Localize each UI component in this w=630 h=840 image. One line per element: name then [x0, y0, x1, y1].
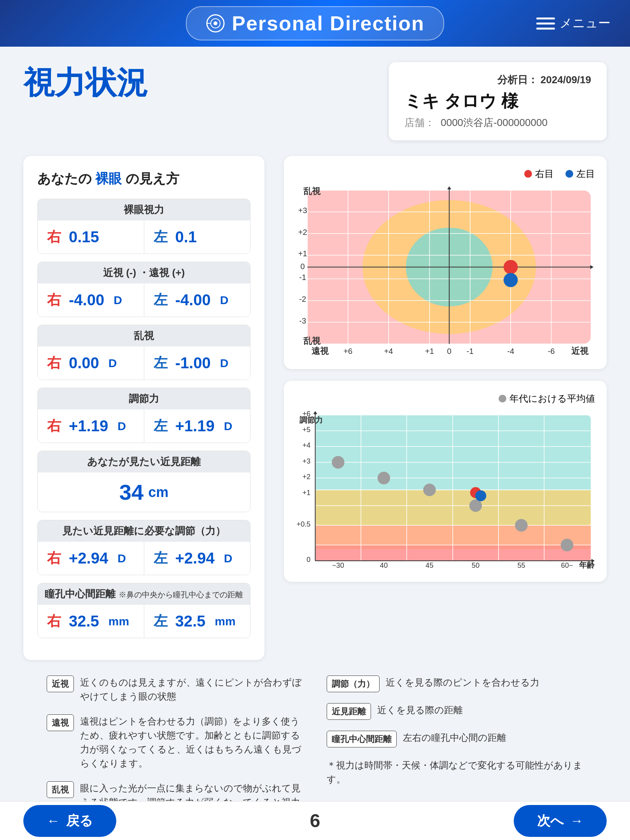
accom-label: 調節力: [38, 388, 250, 410]
astig-label: 乱視: [38, 325, 250, 346]
chart2-left-eye-dot: [475, 490, 486, 501]
legend-accom-r: 調節（力） 近くを見る際のピントを合わせる力: [327, 676, 583, 692]
astig-left: 左 -1.00 D: [144, 346, 250, 380]
accom-left-value: +1.19: [175, 417, 215, 435]
svg-text:+1: +1: [298, 249, 307, 258]
pupil-left-value: 32.5: [175, 612, 206, 630]
left-label-4: 左: [154, 416, 168, 436]
naked-right-value: 0.15: [69, 228, 99, 246]
near-dist-group: あなたが見たい近見距離 34 cm: [37, 451, 250, 512]
svg-text:55: 55: [517, 561, 525, 569]
panel-header-prefix: あなたの: [37, 171, 95, 186]
pupil-desc: 左右の瞳孔中心間の距離: [403, 731, 506, 745]
next-button[interactable]: 次へ →: [514, 805, 607, 837]
naked-eye-label: 裸眼視力: [38, 199, 250, 220]
myopia-left-value: -4.00: [175, 291, 211, 309]
accom-unit-r: D: [117, 420, 126, 433]
page-title: 視力状況: [23, 62, 148, 104]
chart2-legend: 年代における平均値: [296, 392, 595, 405]
legend-near-r: 近見距離 近くを見る際の距離: [327, 703, 583, 720]
svg-marker-27: [590, 265, 593, 269]
avg-dot-40: [378, 472, 390, 484]
svg-text:0: 0: [447, 347, 451, 355]
legend-hyperopia: 遠視 遠視はピントを合わせる力（調節）をより多く使うため、疲れやすい状態です。加…: [47, 714, 303, 770]
next-label: 次へ: [537, 812, 564, 830]
hyperopia-desc: 遠視はピントを合わせる力（調節）をより多く使うため、疲れやすい状態です。加齢とと…: [80, 714, 303, 770]
accom-group: 調節力 右 +1.19 D 左 +1.19 D: [37, 388, 250, 443]
myopia-right-value: -4.00: [69, 291, 104, 309]
accom-tag: 調節（力）: [327, 676, 380, 692]
right-label-4: 右: [47, 416, 61, 436]
svg-text:50: 50: [472, 561, 480, 569]
chart1-left-eye-dot: [504, 273, 518, 287]
svg-text:+3: +3: [303, 457, 311, 465]
accom-age-chart: +6 +5 +4 +3 +2 +1 +0.5 0 ~30 40 45 50 55…: [296, 411, 595, 569]
store-label: 店舗：: [404, 117, 435, 128]
accom-chart-container: 年代における平均値: [284, 381, 607, 582]
myopia-unit-r: D: [114, 294, 122, 307]
astig-right-value: 0.00: [69, 354, 99, 372]
avg-dot-55: [515, 519, 527, 531]
near-accom-label: 見たい近見距離に必要な調節（力）: [38, 520, 250, 542]
back-arrow-icon: ←: [47, 813, 60, 828]
panel-header-highlight: 裸眼: [95, 171, 122, 186]
near-accom-unit-r: D: [117, 552, 126, 565]
svg-rect-50: [315, 545, 591, 561]
right-label-6: 右: [47, 612, 61, 631]
svg-text:+3: +3: [298, 206, 307, 215]
myopia-desc: 近くのものは見えますが、遠くにピントが合わずぼやけてしまう眼の状態: [80, 676, 303, 704]
chart1-right-eye-dot: [504, 260, 518, 274]
svg-text:-6: -6: [548, 347, 555, 355]
legend-myopia: 近視 近くのものは見えますが、遠くにピントが合わずぼやけてしまう眼の状態: [47, 676, 303, 704]
back-button[interactable]: ← 戻る: [23, 805, 116, 837]
menu-button[interactable]: メニュー: [536, 15, 611, 32]
avg-dot-60: [561, 539, 573, 551]
svg-text:+1: +1: [303, 488, 311, 496]
astig-row: 右 0.00 D 左 -1.00 D: [38, 346, 250, 380]
svg-text:0: 0: [301, 262, 305, 271]
svg-text:45: 45: [425, 561, 433, 569]
right-label-2: 右: [47, 290, 61, 310]
left-label-6: 左: [154, 612, 168, 631]
app-icon: [205, 13, 226, 33]
naked-eye-row: 右 0.15 左 0.1: [38, 220, 250, 254]
page-number: 6: [310, 810, 320, 831]
near-dist-unit: cm: [148, 484, 168, 500]
svg-marker-69: [313, 411, 317, 414]
svg-text:40: 40: [380, 561, 388, 569]
next-arrow-icon: →: [570, 813, 583, 828]
legend-pupil-r: 瞳孔中心間距離 左右の瞳孔中心間の距離: [327, 731, 583, 747]
pupil-tag: 瞳孔中心間距離: [327, 731, 397, 747]
accom-row: 右 +1.19 D 左 +1.19 D: [38, 410, 250, 443]
accom-desc: 近くを見る際のピントを合わせる力: [386, 676, 539, 690]
svg-text:近視: 近視: [571, 346, 589, 356]
patient-card: 分析日： 2024/09/19 ミキ タロウ 様 店舗： 0000渋谷店-000…: [389, 62, 607, 140]
panel-header: あなたの 裸眼 の見え方: [37, 170, 250, 188]
back-label: 戻る: [66, 812, 93, 830]
analysis-date-value: 2024/09/19: [541, 74, 591, 86]
svg-text:乱視: 乱視: [303, 336, 321, 346]
left-label-2: 左: [154, 290, 168, 310]
legend-avg-label: 年代における平均値: [509, 392, 595, 405]
svg-text:年齢: 年齢: [579, 561, 595, 569]
right-label-3: 右: [47, 354, 61, 373]
near-accom-group: 見たい近見距離に必要な調節（力） 右 +2.94 D 左 +2.94 D: [37, 520, 250, 575]
near-accom-left-value: +2.94: [175, 550, 215, 567]
legend-left: 左目: [565, 168, 595, 180]
pupil-right-value: 32.5: [69, 612, 99, 630]
avg-dot-45: [423, 483, 436, 496]
accom-right-value: +1.19: [69, 417, 108, 435]
svg-text:+1: +1: [425, 347, 434, 355]
right-panel: 右目 左目: [284, 156, 607, 582]
myopia-tag: 近視: [47, 676, 74, 692]
near-accom-row: 右 +2.94 D 左 +2.94 D: [38, 542, 250, 575]
store-value: 0000渋谷店-000000000: [441, 117, 548, 128]
avg-dot-30: [332, 456, 344, 468]
svg-point-2: [214, 21, 217, 25]
left-label-5: 左: [154, 549, 168, 568]
hamburger-icon: [536, 18, 555, 30]
near-accom-unit-l: D: [224, 552, 233, 565]
analysis-date-label: 分析日：: [497, 74, 538, 86]
avg-dot: [499, 395, 506, 402]
near-dist-label: あなたが見たい近見距離: [38, 451, 250, 472]
